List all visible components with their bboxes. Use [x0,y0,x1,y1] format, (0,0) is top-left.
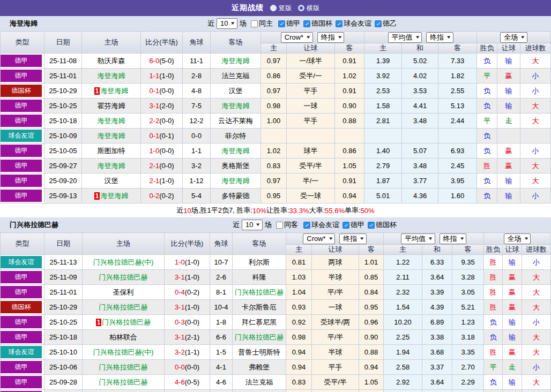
scope-select[interactable]: 全场▾ [504,233,531,244]
summary-text: 让胜率: [266,206,289,215]
avg-home: 2.79 [364,159,402,174]
column-header: 主场 [82,32,141,54]
odds-home: 0.81 [286,390,312,392]
team-name: 海登海姆 [10,19,38,28]
match-row: 德甲25-10-06门兴格拉德巴赫0-0(0-0)4-1弗赖堡0.94平手0.9… [1,360,551,375]
league-badge: 德甲 [1,390,44,392]
goals-result-cell: 大 [520,174,551,189]
avg-away: 3.28 [452,270,484,285]
column-header: 让球 [497,43,520,54]
avg-draw: 5.02 [402,54,438,69]
corner-score: 10-7 [210,255,233,270]
home-team: 海登海姆 [82,114,141,129]
result-cell: 负 [477,189,497,203]
odds-home: 0.97 [261,84,287,99]
league-filter-checkbox[interactable]: 德国杯 [368,220,397,230]
result-cell: 负 [477,129,497,144]
rank-1-icon: 1 [96,319,102,326]
column-header: 客场 [211,32,261,54]
column-header: 比分(半场) [165,233,210,255]
recent-prefix-label: 近 [207,19,214,28]
average-select[interactable]: 平均值▾ [401,233,435,244]
odds-company-select[interactable]: Crow*▾ [281,32,313,43]
scope-select[interactable]: 全场▾ [500,32,527,43]
avg-away: 2.29 [452,375,484,390]
match-date: 25-10-25 [44,99,82,114]
radio-horizontal-layout[interactable]: 横版 [298,4,319,13]
away-team: 卡尔斯鲁厄 [233,300,286,315]
avg-draw: 3.77 [402,174,438,189]
column-header: 和 [422,245,452,255]
league-filter-checkbox[interactable]: 球会友谊 [336,19,371,28]
result-cell: 胜 [484,300,503,315]
league-filter-checkbox[interactable]: 德甲 [342,220,364,230]
league-filter-checkbox[interactable]: 球会友谊 [303,220,339,230]
match-score: 2-2(0-0) [141,114,183,129]
away-team: 菲尔特 [211,129,261,144]
match-date: 25-11-08 [44,54,82,69]
radio-vertical-layout[interactable]: 竖版 [270,4,292,13]
avg-home: 2.81 [364,114,402,129]
avg-draw: 4.39 [422,300,452,315]
league-filter-checkbox[interactable]: 德乙 [375,19,397,28]
summary-stat-value: 33.3% [289,207,309,215]
handicap-result-cell: 输 [497,174,520,189]
chevron-down-icon: ▾ [447,33,450,41]
match-date: 25-09-20 [44,174,82,189]
avg-away: 3.35 [452,345,484,360]
home-team: 海登海姆 [82,129,141,144]
home-team: 门兴格拉德巴赫(中) [83,255,165,270]
handicap-result-cell: 走 [497,114,520,129]
home-team: 霍芬海姆 [82,99,141,114]
average-stage-select[interactable]: 终指▾ [426,32,453,43]
match-score: 1-1(1-0) [141,69,183,84]
match-date: 25-09-27 [44,159,82,174]
match-date: 25-09-28 [44,375,83,390]
match-date: 25-10-18 [44,114,82,129]
league-filter-checkbox[interactable]: 德国杯 [303,19,332,28]
summary-text: 单率: [345,206,361,215]
odds-home: 0.83 [261,159,287,174]
away-team: 多特蒙德 [211,189,261,203]
avg-home: 2.25 [384,330,422,345]
avg-draw: 3.48 [402,114,438,129]
avg-draw: 3.38 [422,330,452,345]
average-stage-select[interactable]: 终指▾ [440,233,467,244]
home-team: 门兴格拉德巴赫 [83,360,165,375]
column-header: 进球数 [522,245,551,255]
match-count-select[interactable]: 10▾ [217,18,237,29]
odds-home: 0.86 [261,69,287,84]
league-badge: 德甲 [1,315,44,330]
match-score: 3-1(2-0) [141,99,183,114]
checkbox-unchecked-icon [276,222,283,229]
odds-company-select[interactable]: Crow*▾ [303,233,335,244]
average-select[interactable]: 平均值▾ [388,32,422,43]
odds-stage-select[interactable]: 终指▾ [317,32,345,43]
avg-home: 1.58 [364,99,402,114]
odds-home: 0.83 [286,375,312,390]
odds-away: 1.02 [335,69,364,84]
odds-away: 0.88 [335,114,364,129]
odds-stage-select[interactable]: 终指▾ [339,233,367,244]
match-score: 1-0(1-0) [165,255,210,270]
league-filter-checkbox[interactable]: 德甲 [278,19,300,28]
odds-away: 1.07 [359,390,384,392]
odds-home: 0.97 [261,54,287,69]
column-header: 客 [438,43,477,54]
home-team: 1海登海姆 [82,189,141,203]
column-header: 客 [452,245,484,255]
match-score: 3-1(1-0) [165,300,210,315]
header-select-cell: 全场▾ [477,32,551,43]
away-team: 门兴格拉德巴赫 [233,285,286,300]
summary-stat-value: 50% [361,207,375,215]
same-venue-checkbox[interactable]: 同客 [276,220,298,230]
avg-home [364,129,402,144]
same-venue-checkbox[interactable]: 同主 [251,19,273,28]
column-header: 角球 [210,233,233,255]
column-header: 日期 [44,32,82,54]
match-count-select[interactable]: 10▾ [242,220,263,230]
handicap-result-cell: 赢 [497,159,520,174]
avg-draw: 4.41 [402,99,438,114]
goals-result-cell: 大 [522,285,551,300]
goals-result-cell: 大 [520,114,551,129]
